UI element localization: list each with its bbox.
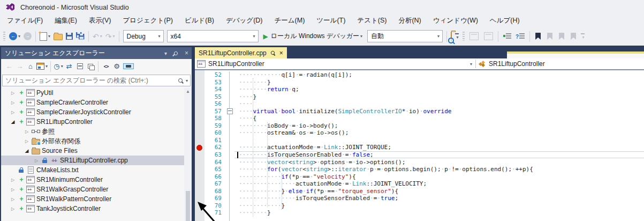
menu-item[interactable]: 分析(N) xyxy=(392,14,427,27)
chevron-down-icon[interactable]: ▾ xyxy=(186,78,188,83)
toolbar-grip[interactable] xyxy=(463,32,465,41)
code-text[interactable]: ············q[i]·=·radian(q[i]);········… xyxy=(234,71,644,221)
types-dropdown[interactable]: ++ SR1LiftupController ▾ xyxy=(195,58,475,69)
new-project-button[interactable]: ✦ ▾ xyxy=(39,30,51,43)
tree-item[interactable]: ▷ + ++ SampleCrawlerJoystickController xyxy=(1,107,192,117)
tree-scrollbar[interactable]: ▲ xyxy=(184,88,192,221)
se-back-button[interactable]: ← xyxy=(4,61,14,72)
members-dropdown[interactable]: SR1LiftupController xyxy=(476,58,644,69)
code-editor[interactable]: 5253545556575859606162636465666768697071… xyxy=(195,70,644,221)
save-button[interactable] xyxy=(65,30,74,43)
clear-bookmarks-button[interactable] xyxy=(568,30,579,43)
menu-item[interactable]: ファイル(F) xyxy=(1,14,49,27)
expander-icon[interactable]: ▷ xyxy=(9,178,17,182)
find-in-files-button[interactable] xyxy=(450,30,453,43)
search-input[interactable]: ソリューション エクスプローラー の検索 (Ctrl+:) xyxy=(3,76,177,85)
breakpoint-indicator[interactable] xyxy=(196,145,202,151)
expander-icon[interactable]: ◢ xyxy=(9,119,17,124)
tree-item[interactable]: ▷ 参照 xyxy=(1,127,192,136)
previous-bookmark-button[interactable] xyxy=(544,30,555,43)
navigate-back-button[interactable]: ← ▾ xyxy=(8,30,21,43)
show-all-files-button[interactable] xyxy=(86,61,95,72)
open-folder-icon xyxy=(54,34,63,40)
menu-item[interactable]: 編集(E) xyxy=(49,14,83,27)
redo-button[interactable]: ↷ ▾ xyxy=(104,30,116,43)
view-code-button[interactable]: <> xyxy=(101,61,111,72)
tree-item[interactable]: ▷ + ++ TankJoystickController xyxy=(1,204,192,213)
expander-icon[interactable]: ▷ xyxy=(9,207,17,211)
menu-item[interactable]: ビルド(B) xyxy=(179,14,220,27)
scrollbar-thumb[interactable] xyxy=(186,191,190,221)
main-area: ソリューション エクスプローラー ▾ × ← → ⌂ ▾ ◷▾ ⇄ <> ⚙ xyxy=(0,46,644,221)
close-icon[interactable]: × xyxy=(181,49,192,57)
menu-item[interactable]: デバッグ(D) xyxy=(220,14,269,27)
document-tab[interactable]: SR1LiftupController.cpp × xyxy=(195,47,287,58)
menu-item[interactable]: 表示(V) xyxy=(83,14,117,27)
expander-icon[interactable]: ▷ xyxy=(22,129,31,134)
menu-item[interactable]: ツール(T) xyxy=(310,14,351,27)
solution-platform-dropdown[interactable]: x64 ▾ xyxy=(167,30,259,42)
menu-item[interactable]: チーム(M) xyxy=(268,14,310,27)
scroll-up-icon[interactable]: ▲ xyxy=(184,89,192,94)
toggle-bookmark-button[interactable] xyxy=(533,30,543,43)
expander-icon[interactable]: ▷ xyxy=(9,197,17,202)
display-member-list-button[interactable] xyxy=(501,30,513,43)
window-position-dropdown[interactable]: ▾ xyxy=(161,50,170,56)
menu-item[interactable]: テスト(S) xyxy=(351,14,392,27)
pin-icon[interactable] xyxy=(173,50,179,56)
search-icon[interactable] xyxy=(178,78,183,83)
tree-item[interactable]: ◢ Source Files xyxy=(1,146,192,156)
close-icon[interactable]: × xyxy=(279,50,283,56)
toolbar-grip[interactable] xyxy=(3,32,5,41)
preview-selected-items-toggle[interactable] xyxy=(123,63,134,69)
expander-icon[interactable]: ▷ xyxy=(9,100,17,105)
menu-item[interactable]: プロジェクト(P) xyxy=(117,14,178,27)
item-icon: ++ xyxy=(26,205,35,212)
tree-item[interactable]: ▷ 外部依存関係 xyxy=(1,136,192,146)
toolbar-overflow-button[interactable]: ▾ xyxy=(581,33,585,40)
expander-icon[interactable]: ▷ xyxy=(22,139,31,144)
navigation-bar-button-disabled[interactable] xyxy=(467,30,481,43)
pin-icon[interactable] xyxy=(270,50,275,56)
paste-button-disabled[interactable] xyxy=(482,30,495,43)
expander-icon[interactable]: ▷ xyxy=(32,158,41,163)
item-icon: ++ xyxy=(26,186,35,193)
expander-icon[interactable]: ▷ xyxy=(9,187,17,192)
start-debugging-button[interactable]: ▶ ローカル Windows デバッガー ▾ xyxy=(261,32,365,41)
collapse-region-icon[interactable] xyxy=(227,108,233,114)
save-all-button[interactable] xyxy=(75,30,86,43)
toolbar-overflow-button[interactable]: ▾ xyxy=(455,33,459,40)
tree-item[interactable]: ▷ + ++ SampleCrawlerController xyxy=(1,98,192,107)
collapse-all-button[interactable] xyxy=(75,61,85,72)
chevron-down-icon: ▾ xyxy=(457,35,459,40)
chevron-down-icon: ▾ xyxy=(100,34,102,39)
tree-item[interactable]: ▷ + ++ PyUtil xyxy=(1,88,192,98)
expander-icon[interactable]: ▷ xyxy=(9,110,17,115)
menu-item[interactable]: ヘルプ(H) xyxy=(484,14,526,27)
tree-item[interactable]: ▷ + ++ SR1WalkPatternController xyxy=(1,194,192,204)
switch-views-button[interactable]: ▾ xyxy=(36,61,48,72)
se-forward-button[interactable]: → xyxy=(15,61,25,72)
bookmark-clear-icon xyxy=(571,33,576,40)
solution-configuration-dropdown[interactable]: Debug ▾ xyxy=(123,30,164,42)
expander-icon[interactable]: ◢ xyxy=(22,148,31,153)
breakpoint-margin[interactable] xyxy=(195,70,204,221)
open-file-button[interactable] xyxy=(52,30,64,43)
auto-attach-dropdown[interactable]: 自動 ▾ xyxy=(367,30,443,42)
parameter-info-button[interactable]: ? xyxy=(514,30,527,43)
menu-item[interactable]: ウィンドウ(W) xyxy=(427,14,484,27)
se-home-button[interactable]: ⌂ xyxy=(26,61,35,72)
tree-item[interactable]: ◢ + ++ SR1LiftupController xyxy=(1,117,192,127)
next-bookmark-button[interactable] xyxy=(556,30,567,43)
expander-icon[interactable]: ▷ xyxy=(9,91,17,95)
configuration-value: Debug xyxy=(127,33,157,40)
tree-item[interactable]: ▷ ++ SR1LiftupController.cpp xyxy=(1,156,192,165)
undo-button[interactable]: ↶ ▾ xyxy=(92,30,103,43)
tree-item[interactable]: CMakeLists.txt xyxy=(1,165,192,175)
navigate-forward-button[interactable]: → xyxy=(22,30,33,43)
sync-with-active-document-button[interactable]: ⇄ xyxy=(64,61,74,72)
tree-item[interactable]: ▷ + ++ SR1WalkGraspController xyxy=(1,185,192,194)
properties-button[interactable]: ⚙ xyxy=(112,61,122,72)
tree-item[interactable]: ▷ + ++ SR1MinimumController xyxy=(1,175,192,185)
pending-changes-filter-button[interactable]: ◷▾ xyxy=(54,61,63,72)
